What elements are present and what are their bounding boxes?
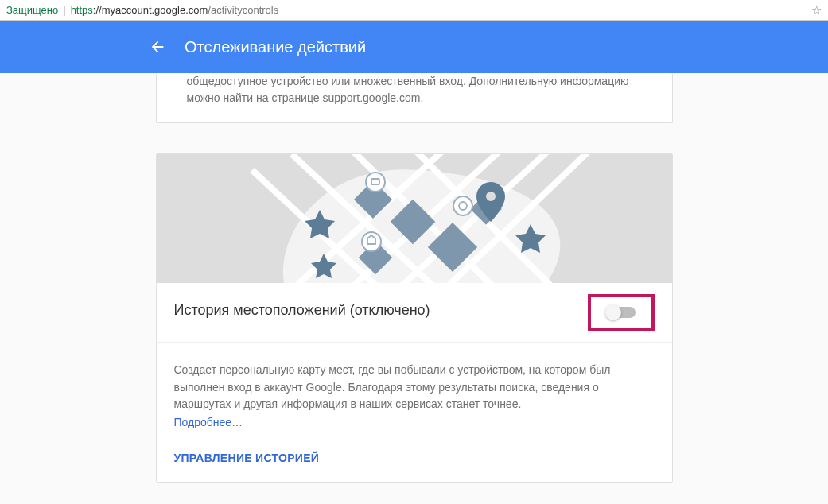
info-card-partial: общедоступное устройство или множественн…: [156, 73, 673, 123]
page-header: Отслеживание действий: [0, 21, 828, 73]
location-history-title: История местоположений (отключено): [174, 302, 430, 319]
url-path: /activitycontrols: [208, 4, 278, 16]
location-history-body: Создает персональную карту мест, где вы …: [157, 343, 672, 482]
content-area: общедоступное устройство или множественн…: [0, 73, 828, 504]
svg-point-15: [453, 196, 472, 215]
map-illustration: [157, 154, 672, 283]
location-history-toggle[interactable]: [607, 307, 636, 318]
url-protocol: https: [71, 4, 93, 16]
page-title: Отслеживание действий: [185, 38, 366, 56]
arrow-left-icon: [149, 38, 166, 56]
url-text[interactable]: https://myaccount.google.com/activitycon…: [71, 4, 279, 16]
learn-more-link[interactable]: Подробнее…: [174, 416, 243, 428]
location-history-card: История местоположений (отключено) Созда…: [156, 153, 673, 483]
svg-point-18: [486, 192, 496, 201]
bookmark-star-icon[interactable]: ☆: [811, 3, 822, 17]
url-host: ://myaccount.google.com: [93, 4, 208, 16]
svg-point-13: [366, 173, 385, 192]
address-separator: |: [63, 4, 65, 16]
location-history-header: История местоположений (отключено): [157, 283, 672, 342]
location-history-description: Создает персональную карту мест, где вы …: [174, 362, 655, 413]
secure-label: Защищено: [6, 4, 58, 16]
info-card-text: общедоступное устройство или множественн…: [157, 73, 672, 122]
manage-history-button[interactable]: УПРАВЛЕНИЕ ИСТОРИЕЙ: [174, 452, 655, 464]
toggle-highlight-box: [588, 294, 655, 331]
browser-address-bar: Защищено | https://myaccount.google.com/…: [0, 0, 828, 21]
toggle-knob: [605, 304, 621, 320]
back-button[interactable]: [148, 37, 167, 56]
